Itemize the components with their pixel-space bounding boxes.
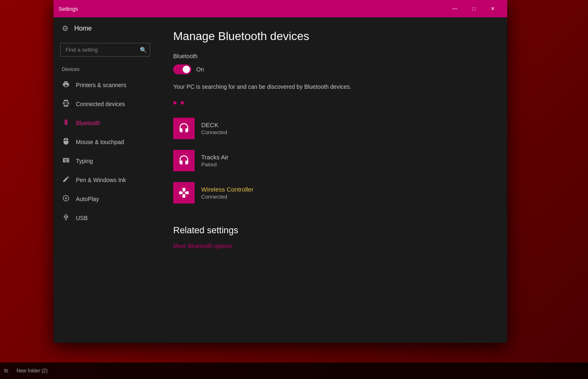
device-name-deck: DECK — [201, 121, 227, 128]
sidebar-item-pen[interactable]: Pen & Windows Ink — [54, 171, 157, 190]
sidebar-item-autoplay-label: AutoPlay — [76, 196, 99, 202]
scanning-dots — [173, 101, 491, 104]
taskbar-left-label: tb — [4, 368, 8, 374]
scan-dot-1 — [173, 101, 176, 104]
sidebar-item-usb[interactable]: USB — [54, 208, 157, 227]
bluetooth-toggle[interactable] — [173, 64, 191, 74]
sidebar-item-printers[interactable]: Printers & scanners — [54, 76, 157, 95]
device-info-tracks-air: Tracks Air Paired — [201, 154, 228, 168]
printer-icon — [62, 81, 70, 90]
search-box: 🔍 — [60, 43, 150, 57]
sidebar-item-typing[interactable]: Typing — [54, 152, 157, 171]
minimize-button[interactable]: — — [445, 0, 464, 17]
related-settings-title: Related settings — [173, 225, 491, 236]
device-name-tracks-air: Tracks Air — [201, 154, 228, 161]
sidebar-nav: Printers & scanners Connected devices — [54, 76, 157, 343]
home-icon: ⚙ — [62, 24, 68, 33]
search-icon[interactable]: 🔍 — [140, 47, 147, 53]
title-bar: Settings — □ ✕ — [54, 0, 507, 17]
device-info-deck: DECK Connected — [201, 121, 227, 135]
close-button[interactable]: ✕ — [483, 0, 502, 17]
device-status-deck: Connected — [201, 129, 227, 135]
sidebar-item-mouse-label: Mouse & touchpad — [76, 139, 124, 145]
sidebar-item-mouse[interactable]: Mouse & touchpad — [54, 133, 157, 152]
panel-title: Manage Bluetooth devices — [173, 30, 491, 43]
more-bluetooth-options-link[interactable]: More Bluetooth options — [173, 243, 233, 249]
scan-dot-2 — [181, 101, 184, 104]
sidebar-item-autoplay[interactable]: AutoPlay — [54, 190, 157, 208]
bluetooth-section-label: Bluetooth — [173, 53, 491, 59]
home-label: Home — [74, 25, 92, 32]
sidebar: ⚙ Home 🔍 Devices — [54, 17, 157, 343]
device-status-wireless-controller: Connected — [201, 194, 254, 200]
search-status: Your PC is searching for and can be disc… — [173, 83, 491, 91]
toggle-knob — [183, 66, 190, 73]
device-item-deck[interactable]: DECK Connected — [173, 113, 491, 144]
maximize-button[interactable]: □ — [464, 0, 483, 17]
taskbar: tb New folder (2) — [0, 362, 588, 379]
device-status-tracks-air: Paired — [201, 161, 228, 168]
mouse-icon — [62, 137, 70, 147]
sidebar-item-usb-label: USB — [76, 215, 88, 221]
sidebar-item-home[interactable]: ⚙ Home — [54, 17, 157, 40]
autoplay-icon — [62, 194, 70, 204]
pen-icon — [62, 175, 70, 185]
sidebar-item-bluetooth[interactable]: Bluetooth — [54, 114, 157, 133]
device-icon-wireless-controller — [173, 182, 195, 204]
connected-devices-icon — [62, 99, 70, 109]
window-controls: — □ ✕ — [445, 0, 502, 17]
usb-icon — [62, 213, 70, 223]
device-icon-deck — [173, 118, 195, 139]
bluetooth-icon — [62, 118, 70, 128]
device-list: DECK Connected Tracks Air — [173, 113, 491, 208]
sidebar-item-printers-label: Printers & scanners — [76, 82, 126, 88]
settings-window: Settings — □ ✕ ⚙ Home 🔍 — [54, 0, 507, 343]
device-icon-tracks-air — [173, 150, 195, 171]
right-panel: Manage Bluetooth devices Bluetooth On Yo… — [157, 17, 507, 343]
sidebar-item-typing-label: Typing — [76, 158, 93, 164]
section-label: Devices — [54, 60, 157, 76]
gamepad-icon — [178, 187, 190, 199]
search-input[interactable] — [60, 43, 150, 57]
toggle-state-label: On — [196, 66, 204, 73]
taskbar-right-label: New folder (2) — [16, 368, 47, 374]
device-item-wireless-controller[interactable]: Wireless Controller Connected — [173, 177, 491, 208]
keyboard-icon — [62, 156, 70, 166]
device-name-wireless-controller: Wireless Controller — [201, 186, 254, 193]
headset-icon-tracks-air — [178, 155, 190, 166]
sidebar-item-connected-devices[interactable]: Connected devices — [54, 95, 157, 114]
sidebar-item-bluetooth-label: Bluetooth — [76, 120, 100, 126]
main-content: ⚙ Home 🔍 Devices — [54, 17, 507, 343]
window-title: Settings — [59, 6, 445, 12]
toggle-row: On — [173, 64, 491, 74]
device-info-wireless-controller: Wireless Controller Connected — [201, 186, 254, 200]
sidebar-item-pen-label: Pen & Windows Ink — [76, 177, 126, 183]
sidebar-item-connected-label: Connected devices — [76, 101, 125, 107]
headset-icon-deck — [178, 123, 190, 134]
device-item-tracks-air[interactable]: Tracks Air Paired — [173, 145, 491, 176]
